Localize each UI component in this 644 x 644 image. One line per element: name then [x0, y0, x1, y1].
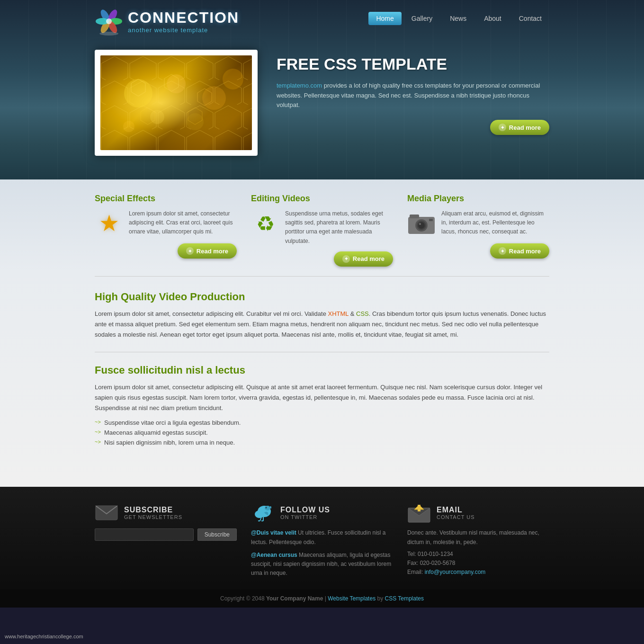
twitter-tweet-2: @Aenean cursus Maecenas aliquam, ligula … [251, 551, 393, 578]
email-tel: Tel: 010-010-1234 [407, 550, 549, 559]
svg-point-7 [99, 32, 118, 36]
website-templates-link[interactable]: Website Templates [328, 595, 376, 602]
camera-svg [407, 212, 436, 235]
subscribe-form: Subscribe [95, 528, 237, 541]
feature-2-read-more-icon: ✦ [342, 255, 350, 263]
hero-read-more-button[interactable]: ✦ Read more [490, 120, 549, 135]
site-title: CONNECTION [128, 9, 239, 27]
email-title: EMAIL [437, 506, 475, 514]
xhtml-link[interactable]: XHTML [328, 310, 349, 317]
feature-title-2: Editing Videos [251, 194, 393, 204]
feature-text-1: Lorem ipsum dolor sit amet, consectetur … [129, 209, 237, 237]
svg-point-13 [123, 121, 134, 132]
email-label: Email: [407, 569, 425, 575]
hero-bokeh [100, 55, 252, 150]
hero-template-link[interactable]: templatemo.com [277, 82, 322, 89]
site-tagline: another website template [128, 27, 239, 34]
feature-2-read-more-label: Read more [353, 255, 385, 262]
twitter-link-2[interactable]: @Aenean cursus [251, 552, 297, 558]
hero-image-frame [95, 50, 258, 156]
hero-section: FREE CSS TEMPLATE templatemo.com provide… [95, 50, 549, 156]
feature-body-1: ★ Lorem ipsum dolor sit amet, consectetu… [95, 209, 237, 238]
svg-point-30 [265, 506, 270, 510]
bullet-item-3: Nisi sapien dignissim nibh, lorem urna i… [95, 439, 549, 446]
follow-title: FOLLOW US [280, 506, 330, 514]
main-nav: Home Gallery News About Contact [368, 12, 549, 25]
footer-follow-header: FOLLOW US ON TWITTER [251, 501, 393, 525]
email-contact-text: Donec ante. Vestibulum nisl mauris, male… [407, 528, 549, 577]
twitter-tweet-1: @Duis vitae velit Ut ultricies. Fusce so… [251, 528, 393, 546]
copyright-text: Copyright © 2048 [220, 595, 266, 602]
footer-email-header: EMAIL CONTACT US [407, 501, 549, 525]
svg-point-10 [202, 86, 226, 110]
feature-2-read-more-button[interactable]: ✦ Read more [334, 251, 393, 267]
section-video-middle: & [349, 310, 356, 317]
hero-title: FREE CSS TEMPLATE [277, 54, 549, 74]
feature-1-read-more-label: Read more [197, 248, 228, 255]
feature-special-effects: Special Effects ★ Lorem ipsum dolor sit … [95, 194, 237, 267]
nav-item-gallery[interactable]: Gallery [404, 12, 440, 25]
section-video-heading: High Quality Video Production [95, 291, 549, 303]
subscribe-button[interactable]: Subscribe [197, 528, 237, 541]
follow-text-wrap: FOLLOW US ON TWITTER [280, 506, 330, 520]
feature-1-read-more-button[interactable]: ✦ Read more [178, 243, 237, 259]
svg-point-12 [187, 113, 204, 130]
star-icon: ★ [95, 209, 123, 238]
feature-body-3: Aliquam erat arcu, euismod et, dignissim… [407, 209, 549, 238]
twitter-link-1[interactable]: @Duis vitae velit [251, 529, 296, 536]
svg-rect-21 [410, 215, 419, 218]
footer-email-col: EMAIL CONTACT US Donec ante. Vestibulum … [407, 501, 549, 578]
css-link[interactable]: CSS [356, 310, 369, 317]
feature-editing-videos: Editing Videos ♻ Suspendisse urna metus,… [251, 194, 393, 267]
nav-item-home[interactable]: Home [368, 12, 401, 25]
email-icon [407, 501, 431, 525]
nav-item-news[interactable]: News [442, 12, 474, 25]
footer-subscribe-header: SUBSCRIBE GET NEWSLETTERS [95, 501, 237, 525]
bullet-item-2: Maecenas aliquamid egestas suscipit. [95, 429, 549, 436]
feature-media-players: Media Players Aliquam erat a [407, 194, 549, 267]
subscribe-text-wrap: SUBSCRIBE GET NEWSLETTERS [124, 506, 182, 520]
feature-title-1: Special Effects [95, 194, 237, 204]
svg-rect-39 [418, 505, 420, 511]
footer-follow-col: FOLLOW US ON TWITTER @Duis vitae velit U… [251, 501, 393, 578]
subscribe-subtitle: GET NEWSLETTERS [124, 514, 182, 520]
section-video-text: Lorem ipsum dolor sit amet, consectetur … [95, 309, 549, 340]
feature-3-read-more-label: Read more [509, 248, 541, 255]
logo-icon [95, 7, 123, 36]
feature-text-3: Aliquam erat arcu, euismod et, dignissim… [441, 209, 549, 237]
company-name: Your Company Name [266, 595, 323, 602]
section-fusce-heading: Fusce sollicitudin nisl a lectus [95, 364, 549, 376]
feature-3-read-more-button[interactable]: ✦ Read more [490, 243, 549, 259]
nav-item-about[interactable]: About [476, 12, 509, 25]
svg-point-31 [266, 507, 267, 509]
subscribe-input[interactable] [95, 528, 194, 541]
hero-image [100, 55, 252, 150]
logo: CONNECTION another website template [95, 7, 239, 36]
svg-point-29 [255, 510, 264, 518]
svg-point-8 [124, 79, 152, 107]
hero-read-more-label: Read more [509, 124, 541, 131]
email-address-link[interactable]: info@yourcompany.com [425, 569, 486, 575]
footer-columns: SUBSCRIBE GET NEWSLETTERS Subscribe [95, 501, 549, 578]
camera-icon [407, 209, 436, 238]
hero-description: templatemo.com provides a lot of high qu… [277, 81, 549, 110]
email-address-row: Email: info@yourcompany.com [407, 568, 549, 577]
twitter-icon [251, 501, 275, 525]
css-templates-link[interactable]: CSS Templates [385, 595, 423, 602]
email-text-wrap: EMAIL CONTACT US [437, 506, 475, 520]
svg-point-25 [419, 223, 421, 225]
section-fusce: Fusce sollicitudin nisl a lectus Lorem i… [95, 364, 549, 461]
logo-text: CONNECTION another website template [128, 9, 239, 34]
feature-title-3: Media Players [407, 194, 549, 204]
nav-item-contact[interactable]: Contact [511, 12, 549, 25]
features-row: Special Effects ★ Lorem ipsum dolor sit … [95, 194, 549, 277]
feature-3-read-more-icon: ✦ [499, 247, 506, 255]
email-fax: Fax: 020-020-5678 [407, 559, 549, 568]
feature-1-read-more-icon: ✦ [186, 247, 194, 255]
footer-by: by [376, 595, 385, 602]
svg-point-14 [223, 69, 243, 89]
email-subtitle: CONTACT US [437, 514, 475, 520]
subscribe-title: SUBSCRIBE [124, 506, 182, 514]
recycle-icon: ♻ [251, 209, 279, 238]
footer-separator: | [323, 595, 328, 602]
